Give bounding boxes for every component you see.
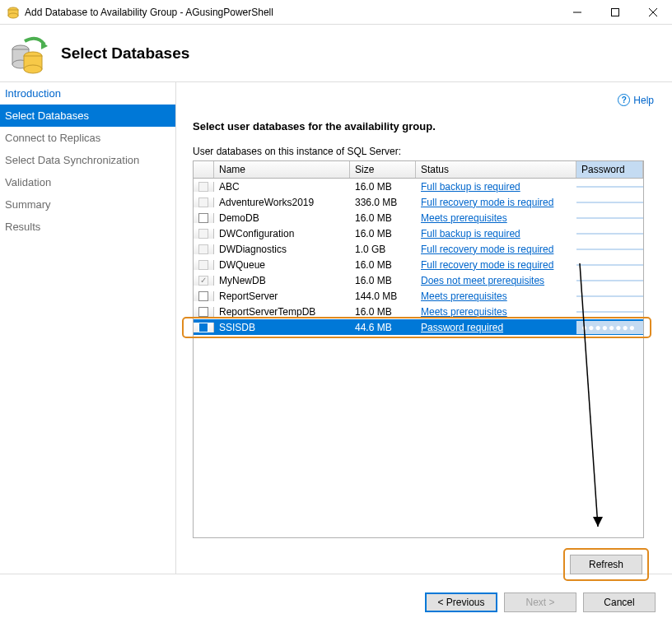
table-row[interactable]: DemoDB16.0 MBMeets prerequisites bbox=[194, 210, 643, 225]
row-name: DWConfiguration bbox=[214, 227, 350, 240]
row-status-link[interactable]: Full backup is required bbox=[421, 181, 520, 193]
row-status-link[interactable]: Full recovery mode is required bbox=[421, 244, 553, 255]
row-name: SSISDB bbox=[214, 321, 350, 334]
nav-connect[interactable]: Connect to Replicas bbox=[0, 127, 175, 149]
table-row[interactable]: SSISDB44.6 MBPassword required●●●●●●●● bbox=[194, 319, 643, 335]
row-size: 16.0 MB bbox=[350, 258, 416, 272]
row-password bbox=[576, 217, 643, 219]
row-name: ABC bbox=[214, 180, 350, 193]
grid-body: ABC16.0 MBFull backup is requiredAdventu… bbox=[194, 179, 643, 537]
minimize-button[interactable] bbox=[558, 0, 596, 25]
row-password bbox=[576, 202, 643, 203]
row-size: 144.0 MB bbox=[350, 290, 416, 303]
row-checkbox[interactable] bbox=[198, 323, 208, 332]
row-name: DWQueue bbox=[214, 258, 350, 272]
database-grid: Name Size Status Password ABC16.0 MBFull… bbox=[193, 160, 644, 538]
row-size: 16.0 MB bbox=[350, 227, 416, 240]
row-status-link[interactable]: Full recovery mode is required bbox=[421, 197, 553, 208]
col-status[interactable]: Status bbox=[416, 161, 576, 178]
wizard-footer: < Previous Next > Cancel bbox=[0, 574, 672, 630]
cancel-button[interactable]: Cancel bbox=[583, 592, 656, 612]
section-title: Select user databases for the availabili… bbox=[193, 120, 660, 132]
close-button[interactable] bbox=[634, 0, 672, 25]
row-checkbox bbox=[198, 182, 208, 192]
row-checkbox bbox=[198, 244, 208, 254]
row-size: 44.6 MB bbox=[350, 321, 416, 334]
row-password bbox=[576, 295, 643, 297]
row-status-link[interactable]: Meets prerequisites bbox=[421, 212, 507, 224]
database-arrow-icon bbox=[8, 33, 49, 74]
row-checkbox bbox=[198, 229, 208, 239]
row-name: MyNewDB bbox=[214, 274, 350, 287]
row-size: 1.0 GB bbox=[350, 243, 416, 256]
page-title: Select Databases bbox=[61, 44, 189, 63]
window-title: Add Database to Availability Group - AGu… bbox=[25, 7, 558, 18]
nav-intro[interactable]: Introduction bbox=[0, 82, 175, 105]
row-size: 16.0 MB bbox=[350, 305, 416, 318]
main-panel: ? Help Select user databases for the ava… bbox=[176, 82, 672, 574]
row-status-link[interactable]: Meets prerequisites bbox=[421, 290, 507, 302]
row-status-link[interactable]: Full backup is required bbox=[421, 228, 520, 239]
col-password[interactable]: Password bbox=[576, 161, 643, 178]
table-row[interactable]: MyNewDB16.0 MBDoes not meet prerequisite… bbox=[194, 272, 643, 288]
row-size: 16.0 MB bbox=[350, 274, 416, 287]
app-icon bbox=[7, 6, 20, 19]
title-bar: Add Database to Availability Group - AGu… bbox=[0, 0, 672, 25]
previous-button[interactable]: < Previous bbox=[425, 592, 497, 612]
row-checkbox[interactable] bbox=[198, 213, 208, 223]
grid-header: Name Size Status Password bbox=[194, 161, 643, 179]
table-row[interactable]: AdventureWorks2019336.0 MBFull recovery … bbox=[194, 194, 643, 210]
row-status-link[interactable]: Password required bbox=[421, 322, 503, 333]
row-password bbox=[576, 186, 643, 188]
refresh-button[interactable]: Refresh bbox=[570, 555, 642, 574]
row-password bbox=[576, 249, 643, 250]
row-checkbox bbox=[198, 198, 208, 207]
svg-point-2 bbox=[8, 13, 18, 18]
row-password bbox=[576, 280, 643, 281]
nav-results[interactable]: Results bbox=[0, 216, 175, 238]
table-row[interactable]: DWQueue16.0 MBFull recovery mode is requ… bbox=[194, 257, 643, 272]
row-size: 16.0 MB bbox=[350, 211, 416, 225]
table-row[interactable]: ABC16.0 MBFull backup is required bbox=[194, 179, 643, 194]
table-row[interactable]: DWConfiguration16.0 MBFull backup is req… bbox=[194, 225, 643, 241]
row-checkbox[interactable] bbox=[198, 291, 208, 301]
row-password bbox=[576, 233, 643, 235]
col-name[interactable]: Name bbox=[214, 161, 350, 178]
nav-select-db[interactable]: Select Databases bbox=[0, 105, 175, 127]
row-password bbox=[576, 264, 643, 266]
table-row[interactable]: ReportServer144.0 MBMeets prerequisites bbox=[194, 288, 643, 304]
table-row[interactable]: DWDiagnostics1.0 GBFull recovery mode is… bbox=[194, 241, 643, 257]
svg-rect-4 bbox=[612, 8, 619, 16]
row-password bbox=[576, 311, 643, 313]
help-icon: ? bbox=[618, 94, 630, 106]
row-size: 336.0 MB bbox=[350, 196, 416, 209]
wizard-nav: IntroductionSelect DatabasesConnect to R… bbox=[0, 82, 176, 574]
next-button[interactable]: Next > bbox=[504, 592, 576, 612]
row-name: ReportServerTempDB bbox=[214, 305, 350, 318]
svg-point-12 bbox=[24, 65, 42, 73]
nav-summary[interactable]: Summary bbox=[0, 193, 175, 216]
grid-caption: User databases on this instance of SQL S… bbox=[193, 146, 660, 157]
row-status-link[interactable]: Full recovery mode is required bbox=[421, 259, 553, 271]
annotation-highlight-refresh: Refresh bbox=[563, 548, 649, 581]
nav-sync[interactable]: Select Data Synchronization bbox=[0, 149, 175, 171]
help-link[interactable]: ? Help bbox=[618, 94, 654, 106]
row-name: ReportServer bbox=[214, 290, 350, 303]
row-status-link[interactable]: Does not meet prerequisites bbox=[421, 275, 544, 286]
row-password[interactable]: ●●●●●●●● bbox=[576, 321, 643, 334]
nav-validation[interactable]: Validation bbox=[0, 171, 175, 193]
row-checkbox bbox=[198, 276, 208, 286]
maximize-button[interactable] bbox=[596, 0, 634, 25]
col-size[interactable]: Size bbox=[350, 161, 416, 178]
row-status-link[interactable]: Meets prerequisites bbox=[421, 306, 507, 318]
table-row[interactable]: ReportServerTempDB16.0 MBMeets prerequis… bbox=[194, 304, 643, 319]
row-checkbox bbox=[198, 260, 208, 270]
row-checkbox[interactable] bbox=[198, 307, 208, 317]
row-name: DWDiagnostics bbox=[214, 243, 350, 256]
wizard-header: Select Databases bbox=[0, 25, 672, 82]
row-name: AdventureWorks2019 bbox=[214, 196, 350, 209]
row-size: 16.0 MB bbox=[350, 180, 416, 193]
row-name: DemoDB bbox=[214, 211, 350, 225]
